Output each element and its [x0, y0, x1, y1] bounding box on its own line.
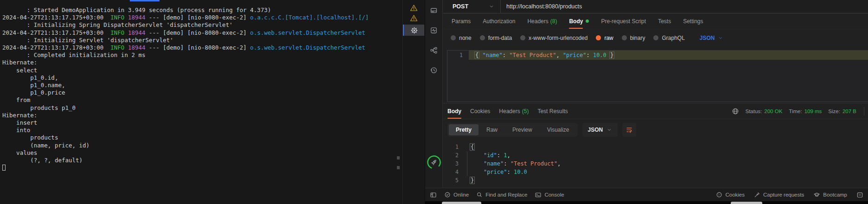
response-line: 2 "id": 1, [443, 151, 868, 159]
statusbar-label: Console [544, 192, 564, 198]
method-label: POST [453, 3, 468, 10]
radio-icon [480, 35, 485, 40]
statusbar-partial[interactable] [856, 191, 863, 198]
terminal-line: into [2, 127, 402, 134]
chevron-down-icon [606, 127, 612, 133]
terminal-line: p1_0.name, [2, 82, 402, 89]
request-tab-tests[interactable]: Tests [658, 13, 671, 29]
body-mode-binary[interactable]: binary [622, 35, 645, 41]
radio-icon [520, 35, 525, 40]
line-number: 2 [443, 152, 465, 159]
active-tab-indicator [130, 0, 160, 1]
body-mode-raw[interactable]: raw [596, 35, 613, 41]
mode-label: none [459, 35, 472, 41]
view-tab-preview[interactable]: Preview [505, 124, 539, 135]
wrap-text-button[interactable] [622, 123, 636, 137]
request-tab-pre-request-script[interactable]: Pre-request Script [601, 13, 646, 29]
response-tab-body[interactable]: Body [447, 103, 461, 119]
terminal-line: 2024-04-27T21:13:17.175+03:00 INFO 18944… [2, 29, 402, 37]
statusbar-console[interactable]: Console [535, 191, 564, 198]
meta-divider [864, 107, 864, 115]
body-mode-graphql[interactable]: GraphQL [653, 35, 684, 41]
raw-language-label: JSON [700, 35, 715, 41]
method-selector[interactable]: POST [443, 0, 501, 13]
rail-flows-button[interactable] [425, 42, 442, 58]
request-tab-authorization[interactable]: Authorization [483, 13, 515, 29]
rail-monitors-button[interactable] [425, 22, 442, 38]
mode-label: binary [630, 35, 645, 41]
response-tab-headers[interactable]: Headers(5) [499, 103, 529, 119]
terminal-line: : Initializing Servlet 'dispatcherServle… [2, 37, 402, 44]
statusbar-find-and-replace[interactable]: Find and Replace [476, 191, 527, 198]
response-tab-test-results[interactable]: Test Results [537, 103, 568, 119]
request-tabs: ParamsAuthorizationHeaders(8)BodyPre-req… [443, 13, 868, 29]
taskbar-item[interactable] [731, 202, 762, 204]
request-body-editor[interactable]: 1 { "name": "Test Product", "price": 10.… [447, 50, 868, 102]
request-url-row: POST http://localhost:8080/products [443, 0, 868, 13]
terminal-line: : Initializing Spring DispatcherServlet … [2, 21, 402, 29]
request-tab-settings[interactable]: Settings [683, 13, 703, 29]
request-tab-headers[interactable]: Headers(8) [527, 13, 557, 29]
request-tab-body[interactable]: Body [569, 13, 589, 29]
statusbar-cookies[interactable]: Cookies [716, 191, 745, 198]
mock-servers-icon [430, 6, 438, 14]
statusbar-label: Bootcamp [823, 192, 847, 198]
rail-history-button[interactable] [425, 62, 442, 78]
time-badge: Time:109 ms [789, 108, 822, 114]
response-header: BodyCookiesHeaders(5)Test Results Status… [443, 103, 868, 119]
warning-notification[interactable] [403, 3, 425, 13]
view-tab-visualize[interactable]: Visualize [540, 124, 576, 135]
bootcamp-progress-button[interactable] [427, 155, 441, 170]
cookie-icon [716, 191, 722, 198]
taskbar-item[interactable] [442, 202, 481, 204]
terminal-line: insert [2, 119, 402, 127]
tab-label: Authorization [483, 13, 515, 29]
line-number: 1 [447, 52, 469, 58]
scrollbar-mark[interactable] [397, 156, 400, 159]
radio-icon [451, 35, 456, 40]
statusbar-capture-requests[interactable]: Capture requests [754, 191, 804, 198]
terminal-line: 2024-04-27T21:13:17.175+03:00 INFO 18944… [2, 14, 402, 21]
bootcamp-icon [813, 191, 820, 198]
request-tab-params[interactable]: Params [452, 13, 471, 29]
chevron-icon [718, 35, 723, 41]
flows-icon [430, 46, 438, 54]
mode-label: GraphQL [662, 35, 684, 41]
statusbar-bootcamp[interactable]: Bootcamp [813, 191, 847, 198]
debugger-button[interactable] [403, 25, 424, 36]
body-mode-none[interactable]: none [451, 35, 472, 41]
warning-notification[interactable] [403, 13, 425, 23]
response-code: "name": "Test Product", [465, 159, 868, 168]
response-body-viewer[interactable]: 1{2 "id": 1,3 "name": "Test Product",4 "… [443, 140, 868, 188]
response-view-tabs: PrettyRawPreviewVisualize [447, 123, 578, 137]
raw-language-selector[interactable]: JSON [700, 35, 723, 41]
tab-label: Params [452, 13, 471, 29]
terminal-line: p1_0.price [2, 89, 402, 96]
globe-icon [732, 108, 739, 115]
view-tab-raw[interactable]: Raw [479, 124, 504, 135]
indent-guide [467, 151, 467, 176]
response-language-selector[interactable]: JSON [582, 123, 618, 137]
statusbar-sidebar-toggle[interactable] [430, 191, 437, 198]
ide-notification-strip [402, 0, 425, 204]
body-mode-x-www-form-urlencoded[interactable]: x-www-form-urlencoded [520, 35, 587, 41]
scrollbar-mark[interactable] [397, 166, 400, 169]
response-line: 4 "price": 10.0 [443, 168, 868, 176]
rail-mock-servers-button[interactable] [425, 2, 442, 18]
chevron-down-icon [489, 4, 494, 9]
response-language-label: JSON [588, 127, 603, 133]
terminal-line: from [2, 96, 402, 104]
url-input[interactable]: http://localhost:8080/products [501, 0, 868, 13]
line-number: 3 [443, 160, 465, 167]
statusbar-label: Online [453, 192, 469, 198]
radio-icon [596, 35, 601, 40]
status-badge: Status:200 OK [746, 108, 783, 114]
statusbar-online[interactable]: Online [444, 191, 469, 198]
mode-label: form-data [488, 35, 512, 41]
body-mode-form-data[interactable]: form-data [480, 35, 512, 41]
response-tab-cookies[interactable]: Cookies [470, 103, 490, 119]
view-tab-pretty[interactable]: Pretty [449, 124, 479, 135]
terminal-line: 2024-04-27T21:13:17.178+03:00 INFO 18944… [2, 44, 402, 51]
terminal-pane[interactable]: : Started DemoApplication in 3.949 secon… [0, 0, 402, 204]
line-number: 1 [443, 144, 465, 150]
